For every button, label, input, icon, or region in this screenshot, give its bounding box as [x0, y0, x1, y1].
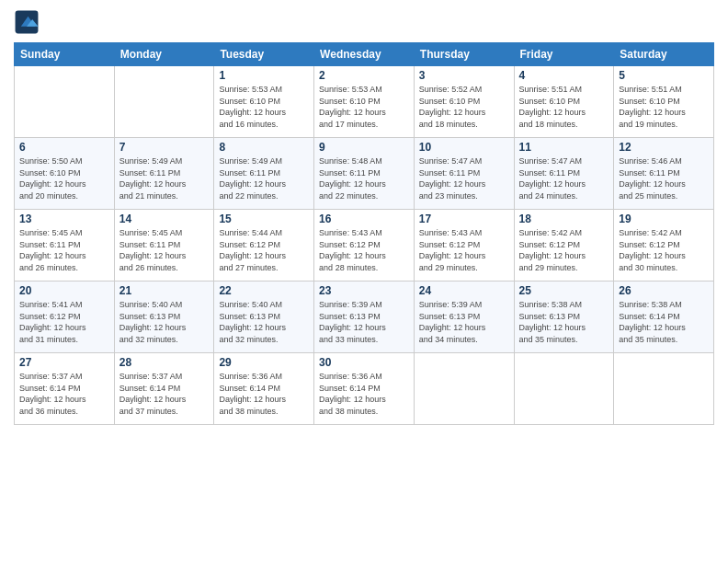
table-row: 10Sunrise: 5:47 AM Sunset: 6:11 PM Dayli…	[414, 138, 514, 210]
day-number: 27	[19, 356, 109, 369]
day-detail: Sunrise: 5:51 AM Sunset: 6:10 PM Dayligh…	[519, 84, 609, 130]
calendar-header-row: SundayMondayTuesdayWednesdayThursdayFrid…	[15, 43, 714, 66]
table-row: 28Sunrise: 5:37 AM Sunset: 6:14 PM Dayli…	[114, 353, 214, 425]
table-row: 9Sunrise: 5:48 AM Sunset: 6:11 PM Daylig…	[314, 138, 415, 210]
day-detail: Sunrise: 5:48 AM Sunset: 6:11 PM Dayligh…	[319, 155, 409, 201]
day-number: 18	[519, 213, 609, 225]
day-number: 29	[219, 356, 309, 369]
day-detail: Sunrise: 5:42 AM Sunset: 6:12 PM Dayligh…	[619, 227, 709, 273]
table-row: 26Sunrise: 5:38 AM Sunset: 6:14 PM Dayli…	[614, 282, 714, 353]
table-row: 6Sunrise: 5:50 AM Sunset: 6:10 PM Daylig…	[15, 138, 115, 210]
table-row: 25Sunrise: 5:38 AM Sunset: 6:13 PM Dayli…	[514, 282, 614, 353]
table-row: 7Sunrise: 5:49 AM Sunset: 6:11 PM Daylig…	[114, 138, 214, 210]
day-detail: Sunrise: 5:37 AM Sunset: 6:14 PM Dayligh…	[19, 371, 109, 417]
day-detail: Sunrise: 5:36 AM Sunset: 6:14 PM Dayligh…	[319, 371, 409, 417]
day-number: 26	[619, 284, 709, 297]
day-detail: Sunrise: 5:49 AM Sunset: 6:11 PM Dayligh…	[119, 155, 210, 201]
table-row	[114, 66, 214, 138]
calendar: SundayMondayTuesdayWednesdayThursdayFrid…	[14, 42, 714, 425]
day-detail: Sunrise: 5:53 AM Sunset: 6:10 PM Dayligh…	[219, 84, 309, 130]
calendar-week-row: 13Sunrise: 5:45 AM Sunset: 6:11 PM Dayli…	[15, 210, 714, 282]
day-detail: Sunrise: 5:39 AM Sunset: 6:13 PM Dayligh…	[419, 299, 509, 345]
day-detail: Sunrise: 5:37 AM Sunset: 6:14 PM Dayligh…	[119, 371, 210, 417]
table-row: 11Sunrise: 5:47 AM Sunset: 6:11 PM Dayli…	[514, 138, 614, 210]
table-row	[514, 353, 614, 425]
table-row: 29Sunrise: 5:36 AM Sunset: 6:14 PM Dayli…	[214, 353, 314, 425]
day-number: 5	[619, 69, 709, 82]
table-row: 2Sunrise: 5:53 AM Sunset: 6:10 PM Daylig…	[314, 66, 415, 138]
table-row: 1Sunrise: 5:53 AM Sunset: 6:10 PM Daylig…	[214, 66, 314, 138]
day-detail: Sunrise: 5:45 AM Sunset: 6:11 PM Dayligh…	[19, 227, 109, 273]
day-number: 25	[519, 284, 609, 297]
day-number: 22	[219, 284, 309, 297]
calendar-day-header: Friday	[514, 43, 614, 66]
day-detail: Sunrise: 5:52 AM Sunset: 6:10 PM Dayligh…	[419, 84, 509, 130]
table-row	[614, 353, 714, 425]
day-number: 3	[419, 69, 509, 82]
table-row: 13Sunrise: 5:45 AM Sunset: 6:11 PM Dayli…	[15, 210, 115, 282]
day-number: 19	[619, 213, 709, 225]
day-number: 30	[319, 356, 409, 369]
day-number: 15	[219, 213, 309, 225]
day-number: 21	[119, 284, 210, 297]
table-row: 21Sunrise: 5:40 AM Sunset: 6:13 PM Dayli…	[114, 282, 214, 353]
table-row: 20Sunrise: 5:41 AM Sunset: 6:12 PM Dayli…	[15, 282, 115, 353]
table-row: 24Sunrise: 5:39 AM Sunset: 6:13 PM Dayli…	[414, 282, 514, 353]
day-detail: Sunrise: 5:53 AM Sunset: 6:10 PM Dayligh…	[319, 84, 409, 130]
day-number: 8	[219, 141, 309, 154]
table-row: 15Sunrise: 5:44 AM Sunset: 6:12 PM Dayli…	[214, 210, 314, 282]
day-number: 23	[319, 284, 409, 297]
table-row: 22Sunrise: 5:40 AM Sunset: 6:13 PM Dayli…	[214, 282, 314, 353]
day-detail: Sunrise: 5:39 AM Sunset: 6:13 PM Dayligh…	[319, 299, 409, 345]
calendar-day-header: Wednesday	[314, 43, 415, 66]
day-number: 4	[519, 69, 609, 82]
calendar-day-header: Sunday	[15, 43, 115, 66]
calendar-day-header: Thursday	[414, 43, 514, 66]
day-detail: Sunrise: 5:47 AM Sunset: 6:11 PM Dayligh…	[419, 155, 509, 201]
table-row: 30Sunrise: 5:36 AM Sunset: 6:14 PM Dayli…	[314, 353, 415, 425]
day-number: 9	[319, 141, 409, 154]
day-detail: Sunrise: 5:38 AM Sunset: 6:14 PM Dayligh…	[619, 299, 709, 345]
table-row: 23Sunrise: 5:39 AM Sunset: 6:13 PM Dayli…	[314, 282, 415, 353]
day-number: 24	[419, 284, 509, 297]
calendar-day-header: Tuesday	[214, 43, 314, 66]
calendar-week-row: 20Sunrise: 5:41 AM Sunset: 6:12 PM Dayli…	[15, 282, 714, 353]
calendar-week-row: 6Sunrise: 5:50 AM Sunset: 6:10 PM Daylig…	[15, 138, 714, 210]
table-row: 17Sunrise: 5:43 AM Sunset: 6:12 PM Dayli…	[414, 210, 514, 282]
table-row: 3Sunrise: 5:52 AM Sunset: 6:10 PM Daylig…	[414, 66, 514, 138]
day-number: 1	[219, 69, 309, 82]
day-number: 17	[419, 213, 509, 225]
day-number: 7	[119, 141, 210, 154]
day-detail: Sunrise: 5:41 AM Sunset: 6:12 PM Dayligh…	[19, 299, 109, 345]
day-detail: Sunrise: 5:36 AM Sunset: 6:14 PM Dayligh…	[219, 371, 309, 417]
logo	[14, 9, 44, 35]
table-row: 5Sunrise: 5:51 AM Sunset: 6:10 PM Daylig…	[614, 66, 714, 138]
table-row: 14Sunrise: 5:45 AM Sunset: 6:11 PM Dayli…	[114, 210, 214, 282]
day-number: 11	[519, 141, 609, 154]
day-number: 16	[319, 213, 409, 225]
calendar-week-row: 27Sunrise: 5:37 AM Sunset: 6:14 PM Dayli…	[15, 353, 714, 425]
table-row: 12Sunrise: 5:46 AM Sunset: 6:11 PM Dayli…	[614, 138, 714, 210]
day-detail: Sunrise: 5:43 AM Sunset: 6:12 PM Dayligh…	[319, 227, 409, 273]
day-detail: Sunrise: 5:43 AM Sunset: 6:12 PM Dayligh…	[419, 227, 509, 273]
table-row: 16Sunrise: 5:43 AM Sunset: 6:12 PM Dayli…	[314, 210, 415, 282]
day-number: 10	[419, 141, 509, 154]
day-detail: Sunrise: 5:47 AM Sunset: 6:11 PM Dayligh…	[519, 155, 609, 201]
table-row: 27Sunrise: 5:37 AM Sunset: 6:14 PM Dayli…	[15, 353, 115, 425]
day-number: 28	[119, 356, 210, 369]
day-detail: Sunrise: 5:40 AM Sunset: 6:13 PM Dayligh…	[219, 299, 309, 345]
logo-icon	[14, 9, 40, 35]
day-detail: Sunrise: 5:50 AM Sunset: 6:10 PM Dayligh…	[19, 155, 109, 201]
page: SundayMondayTuesdayWednesdayThursdayFrid…	[0, 0, 728, 563]
calendar-day-header: Saturday	[614, 43, 714, 66]
table-row	[15, 66, 115, 138]
table-row: 19Sunrise: 5:42 AM Sunset: 6:12 PM Dayli…	[614, 210, 714, 282]
day-number: 12	[619, 141, 709, 154]
day-number: 6	[19, 141, 109, 154]
day-number: 13	[19, 213, 109, 225]
table-row	[414, 353, 514, 425]
table-row: 18Sunrise: 5:42 AM Sunset: 6:12 PM Dayli…	[514, 210, 614, 282]
day-detail: Sunrise: 5:42 AM Sunset: 6:12 PM Dayligh…	[519, 227, 609, 273]
table-row: 4Sunrise: 5:51 AM Sunset: 6:10 PM Daylig…	[514, 66, 614, 138]
table-row: 8Sunrise: 5:49 AM Sunset: 6:11 PM Daylig…	[214, 138, 314, 210]
